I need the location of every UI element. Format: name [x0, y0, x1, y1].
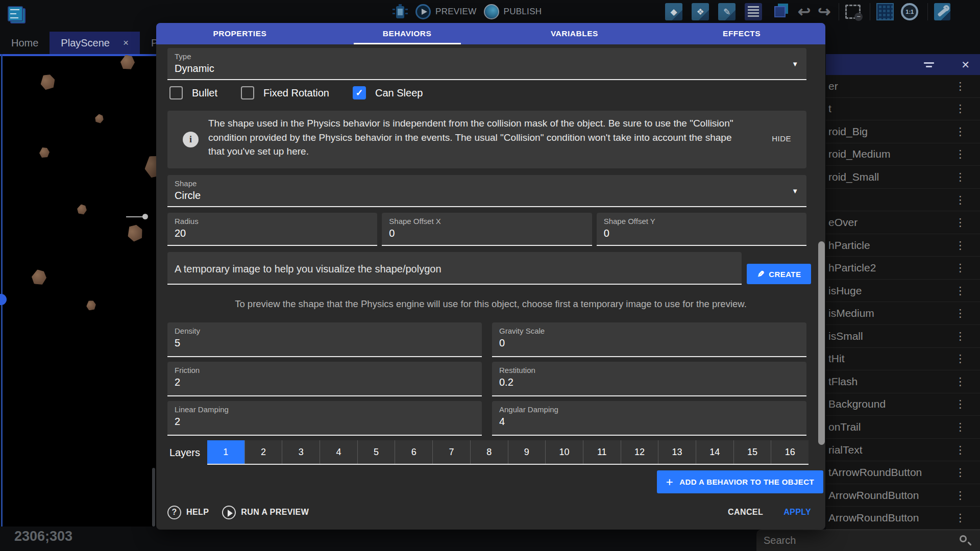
radius-field[interactable]: Radius 20	[167, 213, 377, 246]
object-list-item[interactable]: isSmall⋮	[826, 325, 980, 348]
layer-button-8[interactable]: 8	[470, 440, 508, 464]
create-button[interactable]: ✎ CREATE	[747, 264, 811, 284]
joint-handle[interactable]	[142, 214, 148, 219]
tab-behaviors[interactable]: BEHAVIORS	[324, 23, 491, 44]
layer-button-13[interactable]: 13	[658, 440, 696, 464]
layer-button-15[interactable]: 15	[733, 440, 771, 464]
asteroid-sprite[interactable]	[76, 204, 88, 215]
debug-icon[interactable]	[392, 4, 408, 19]
layer-button-6[interactable]: 6	[395, 440, 432, 464]
scene-properties-icon[interactable]	[934, 3, 950, 20]
shape-offset-x-field[interactable]: Shape Offset X 0	[382, 213, 592, 246]
asteroid-sprite[interactable]	[143, 154, 156, 178]
object-list-item[interactable]: t⋮	[826, 98, 980, 121]
layer-button-3[interactable]: 3	[282, 440, 320, 464]
layer-button-2[interactable]: 2	[244, 440, 282, 464]
close-panel-icon[interactable]: ✕	[961, 59, 970, 71]
add-behavior-button[interactable]: + ADD A BEHAVIOR TO THE OBJECT	[657, 470, 823, 493]
object-list-item[interactable]: hParticle⋮	[826, 234, 980, 257]
layer-button-7[interactable]: 7	[432, 440, 470, 464]
kebab-menu-icon[interactable]: ⋮	[955, 444, 966, 456]
asteroid-sprite[interactable]	[31, 269, 48, 286]
objects-icon[interactable]: ◆	[665, 3, 682, 20]
object-list-item[interactable]: isHuge⋮	[826, 280, 980, 303]
kebab-menu-icon[interactable]: ⋮	[955, 512, 966, 524]
object-list-item[interactable]: roid_Big⋮	[826, 120, 980, 143]
filter-icon[interactable]	[923, 62, 935, 67]
project-manager-icon[interactable]	[6, 5, 28, 26]
layer-button-14[interactable]: 14	[696, 440, 733, 464]
friction-field[interactable]: Friction 2	[167, 362, 482, 396]
search-input[interactable]	[756, 534, 959, 547]
layer-button-5[interactable]: 5	[357, 440, 395, 464]
scene-canvas[interactable]	[0, 54, 156, 527]
grid-icon[interactable]	[876, 3, 894, 20]
layer-button-16[interactable]: 16	[771, 440, 808, 464]
undo-icon[interactable]: ↩	[798, 3, 811, 20]
linear-damping-field[interactable]: Linear Damping 2	[167, 401, 482, 436]
publish-button[interactable]: PUBLISH	[484, 4, 542, 19]
asteroid-sprite[interactable]	[125, 223, 145, 243]
layer-button-10[interactable]: 10	[545, 440, 583, 464]
checkbox-fixed-rotation[interactable]: ✓ Fixed Rotation	[241, 86, 329, 99]
kebab-menu-icon[interactable]: ⋮	[955, 126, 966, 138]
asteroid-sprite[interactable]	[39, 147, 50, 158]
cancel-button[interactable]: CANCEL	[728, 508, 763, 517]
layers-icon[interactable]	[771, 3, 789, 20]
kebab-menu-icon[interactable]: ⋮	[955, 466, 966, 479]
asteroid-sprite[interactable]	[119, 54, 136, 70]
kebab-menu-icon[interactable]: ⋮	[955, 262, 966, 274]
apply-button[interactable]: APPLY	[783, 508, 811, 517]
asteroid-sprite[interactable]	[39, 73, 56, 90]
redo-icon[interactable]: ↪	[818, 3, 830, 20]
kebab-menu-icon[interactable]: ⋮	[955, 171, 966, 183]
tab-variables[interactable]: VARIABLES	[491, 23, 658, 44]
asteroid-sprite[interactable]	[94, 113, 105, 124]
kebab-menu-icon[interactable]: ⋮	[955, 330, 966, 342]
object-list-item[interactable]: roid_Small⋮	[826, 166, 980, 189]
object-list-item[interactable]: ArrowRoundButton⋮	[826, 484, 980, 507]
origin-handle[interactable]	[0, 294, 7, 305]
object-list-item[interactable]: er⋮	[826, 75, 980, 98]
object-list-item[interactable]: ⋮	[826, 189, 980, 212]
density-field[interactable]: Density 5	[167, 322, 482, 357]
angular-damping-field[interactable]: Angular Damping 4	[492, 401, 806, 436]
object-list-item[interactable]: onTrail⋮	[826, 416, 980, 439]
kebab-menu-icon[interactable]: ⋮	[955, 239, 966, 252]
object-groups-icon[interactable]: ❖	[692, 3, 709, 20]
layer-button-4[interactable]: 4	[320, 440, 357, 464]
tab-home[interactable]: Home	[0, 32, 50, 54]
kebab-menu-icon[interactable]: ⋮	[955, 80, 966, 92]
kebab-menu-icon[interactable]: ⋮	[955, 353, 966, 365]
tab-close-icon[interactable]: ×	[123, 37, 129, 48]
bullet-checkbox[interactable]: ✓	[169, 86, 183, 99]
tab-playscene[interactable]: PlayScene ×	[50, 32, 140, 54]
kebab-menu-icon[interactable]: ⋮	[955, 421, 966, 433]
checkbox-bullet[interactable]: ✓ Bullet	[169, 86, 217, 99]
canvas-vertical-scrollbar[interactable]	[152, 468, 155, 527]
preview-button[interactable]: PREVIEW	[415, 4, 477, 19]
layer-button-1[interactable]: 1	[207, 440, 244, 464]
restitution-field[interactable]: Restitution 0.2	[492, 362, 806, 396]
instances-list-icon[interactable]	[745, 3, 762, 20]
kebab-menu-icon[interactable]: ⋮	[955, 375, 966, 388]
checkbox-can-sleep[interactable]: ✓ Can Sleep	[353, 86, 423, 99]
object-list-item[interactable]: Background⋮	[826, 393, 980, 416]
object-list-item[interactable]: hParticle2⋮	[826, 257, 980, 280]
object-list-item[interactable]: tArrowRoundButton⋮	[826, 461, 980, 484]
edit-scene-icon[interactable]: ✎	[718, 3, 736, 20]
fixed-rotation-checkbox[interactable]: ✓	[241, 86, 254, 99]
layer-button-12[interactable]: 12	[621, 440, 658, 464]
kebab-menu-icon[interactable]: ⋮	[955, 285, 966, 297]
gravity-scale-field[interactable]: Gravity Scale 0	[492, 322, 806, 357]
tab-effects[interactable]: EFFECTS	[658, 23, 825, 44]
object-list-item[interactable]: tFlash⋮	[826, 370, 980, 393]
hide-button[interactable]: HIDE	[772, 134, 791, 143]
dialog-scrollbar[interactable]	[818, 241, 825, 445]
help-button[interactable]: ? HELP	[167, 506, 209, 519]
object-list-item[interactable]: tHit⋮	[826, 348, 980, 371]
tab-properties[interactable]: PROPERTIES	[156, 23, 324, 44]
layer-button-9[interactable]: 9	[508, 440, 546, 464]
object-list-item[interactable]: roid_Medium⋮	[826, 143, 980, 166]
kebab-menu-icon[interactable]: ⋮	[955, 103, 966, 115]
